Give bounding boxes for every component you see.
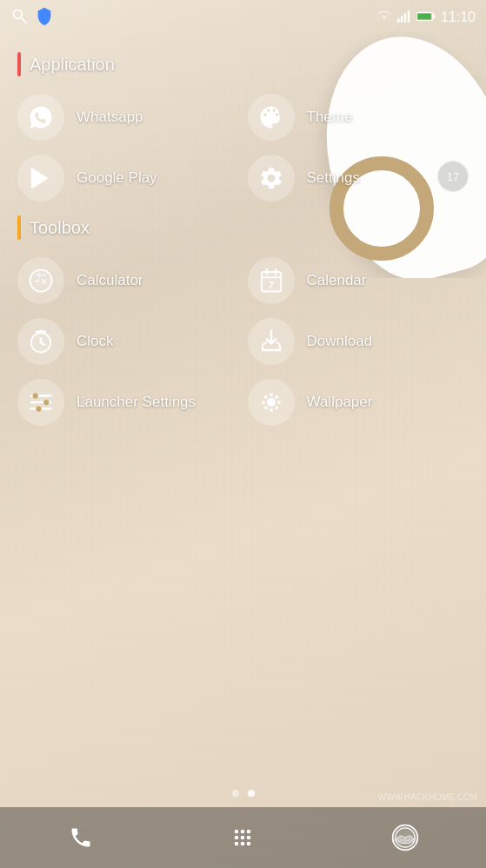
app-clock[interactable]: Clock xyxy=(17,318,239,365)
wifi-icon xyxy=(376,10,392,25)
svg-point-33 xyxy=(275,395,278,399)
svg-point-26 xyxy=(36,406,41,411)
svg-point-37 xyxy=(241,830,245,834)
svg-rect-7 xyxy=(433,15,435,19)
toolbox-section-header: Toolbox xyxy=(17,215,469,240)
app-launcher-settings[interactable]: Launcher Settings xyxy=(17,379,239,426)
app-calendar[interactable]: 7 Calendar xyxy=(248,257,469,304)
svg-rect-2 xyxy=(397,18,399,23)
svg-text:+-: +- xyxy=(36,268,47,282)
svg-point-38 xyxy=(247,830,251,834)
app-calculator[interactable]: ÷× +- Calculator xyxy=(17,257,239,304)
settings-icon xyxy=(248,155,295,202)
calculator-label: Calculator xyxy=(77,272,143,289)
application-grid: Whatsapp Theme Google Play xyxy=(17,94,469,202)
googleplay-label: Google Play xyxy=(77,169,157,187)
svg-line-1 xyxy=(22,18,27,23)
svg-rect-8 xyxy=(417,13,431,19)
dock-phone[interactable] xyxy=(55,812,107,864)
dock-apps[interactable] xyxy=(216,812,269,864)
svg-point-29 xyxy=(270,408,273,412)
svg-point-20 xyxy=(39,329,43,333)
theme-icon xyxy=(248,94,295,141)
status-bar: 11:10 xyxy=(0,0,486,35)
app-download[interactable]: Download xyxy=(248,318,469,365)
application-title: Application xyxy=(30,55,115,75)
svg-point-27 xyxy=(267,398,276,407)
dock-contacts[interactable]: 网快移机站 xyxy=(379,812,431,864)
svg-point-41 xyxy=(247,836,251,840)
svg-rect-3 xyxy=(401,16,403,23)
toolbox-grid: ÷× +- Calculator 7 Calendar xyxy=(17,257,469,426)
toolbox-title: Toolbox xyxy=(30,218,90,238)
calendar-icon: 7 xyxy=(248,257,295,304)
search-icon[interactable] xyxy=(10,7,28,28)
page-indicators xyxy=(232,790,255,797)
main-content: Application Whatsapp Theme xyxy=(0,0,486,807)
app-theme[interactable]: Theme xyxy=(248,94,469,141)
svg-point-31 xyxy=(276,401,280,404)
watermark: WWW.HACKHOME.COM xyxy=(378,792,477,802)
svg-point-34 xyxy=(263,406,267,409)
svg-rect-4 xyxy=(404,13,406,23)
svg-point-44 xyxy=(247,842,251,846)
signal-icon xyxy=(397,10,411,25)
calendar-label: Calendar xyxy=(307,272,367,289)
wallpaper-label: Wallpaper xyxy=(307,394,373,411)
googleplay-icon xyxy=(17,155,64,202)
dock: 网快移机站 xyxy=(0,807,486,868)
svg-point-39 xyxy=(235,836,239,840)
whatsapp-label: Whatsapp xyxy=(77,109,143,126)
svg-point-24 xyxy=(33,393,38,398)
page-dot-2[interactable] xyxy=(248,790,255,797)
toolbox-indicator xyxy=(17,215,21,240)
application-indicator xyxy=(17,52,21,76)
svg-point-40 xyxy=(241,836,245,840)
svg-point-0 xyxy=(13,10,22,18)
svg-point-42 xyxy=(235,842,239,846)
app-settings[interactable]: Settings xyxy=(248,155,469,202)
app-google-play[interactable]: Google Play xyxy=(17,155,239,202)
calculator-icon: ÷× +- xyxy=(17,257,64,304)
app-whatsapp[interactable]: Whatsapp xyxy=(17,94,239,141)
settings-label: Settings xyxy=(307,169,360,187)
shield-icon xyxy=(35,6,54,29)
svg-point-36 xyxy=(235,830,239,834)
application-section-header: Application xyxy=(17,52,469,76)
time-display: 11:10 xyxy=(441,10,476,25)
svg-text:网快移机站: 网快移机站 xyxy=(392,837,418,843)
launcher-settings-label: Launcher Settings xyxy=(77,394,196,411)
clock-label: Clock xyxy=(77,333,114,350)
svg-text:7: 7 xyxy=(268,280,273,290)
battery-icon xyxy=(416,10,436,24)
svg-point-35 xyxy=(275,406,278,409)
whatsapp-icon xyxy=(17,94,64,141)
svg-point-43 xyxy=(241,842,245,846)
launcher-icon xyxy=(17,379,64,426)
clock-icon xyxy=(17,318,64,365)
svg-point-32 xyxy=(263,395,267,399)
svg-point-30 xyxy=(262,401,265,404)
svg-point-28 xyxy=(270,393,273,396)
download-label: Download xyxy=(307,333,373,350)
page-dot-1[interactable] xyxy=(232,790,239,797)
download-icon xyxy=(248,318,295,365)
wallpaper-icon xyxy=(248,379,295,426)
svg-point-25 xyxy=(43,400,49,405)
theme-label: Theme xyxy=(307,109,353,126)
svg-rect-5 xyxy=(408,10,409,23)
app-wallpaper[interactable]: Wallpaper xyxy=(248,379,469,426)
notification-badge[interactable]: 17 xyxy=(437,161,469,192)
